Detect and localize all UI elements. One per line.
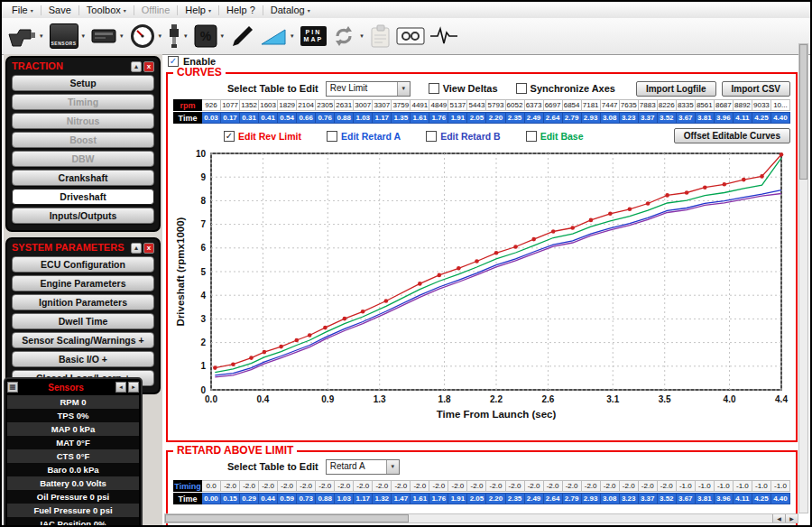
timing-cell[interactable]: -1.0 (677, 480, 696, 492)
time-cell[interactable]: 4.25 (752, 493, 771, 504)
timing-cell[interactable]: -2.0 (544, 480, 563, 492)
rpm-cell[interactable]: 6854 (563, 99, 582, 111)
rpm-cell[interactable]: 4849 (429, 99, 448, 111)
sync-icon[interactable] (331, 21, 356, 51)
sensors-prev-button[interactable]: ◂ (115, 382, 126, 393)
time-cell[interactable]: 1.47 (392, 493, 411, 504)
checkbox-edit-retard-a[interactable]: Edit Retard A (327, 131, 401, 142)
curves-chart[interactable]: 0.00.40.91.31.82.22.63.13.54.04.40123456… (173, 146, 790, 433)
time-cell[interactable]: 3.67 (677, 112, 696, 124)
time-cell[interactable]: 0.03 (202, 112, 221, 124)
horizontal-scrollbar-track[interactable] (409, 514, 772, 522)
chevron-down-icon[interactable]: ▾ (82, 32, 86, 40)
ecu-module-icon[interactable] (91, 21, 116, 51)
sidebar-item-dwell-time[interactable]: Dwell Time (12, 313, 154, 329)
sidebar-item-ignition-parameters[interactable]: Ignition Parameters (12, 294, 154, 310)
timing-cell[interactable]: -2.0 (316, 480, 335, 492)
horizontal-scrollbar-thumb[interactable] (165, 514, 409, 522)
time-cell[interactable]: 1.03 (354, 112, 373, 124)
rpm-cell[interactable]: 1077 (221, 99, 240, 111)
menu-item-toolbox[interactable]: Toolbox▾ (79, 4, 134, 16)
time-cell[interactable]: 1.91 (448, 112, 467, 124)
time-cell[interactable]: 0.54 (278, 112, 297, 124)
time-cell[interactable]: 0.17 (221, 112, 240, 124)
enable-checkbox[interactable]: ✓ (168, 56, 179, 67)
rpm-cell[interactable]: 5793 (486, 99, 505, 111)
chevron-down-icon[interactable]: ▾ (40, 32, 43, 40)
time-cell[interactable]: 2.20 (486, 112, 505, 124)
rpm-cell[interactable]: 8687 (715, 99, 734, 111)
time-cell[interactable]: 1.03 (335, 493, 354, 504)
rpm-cell[interactable]: 4491 (411, 99, 429, 111)
time-cell[interactable]: 1.61 (411, 112, 429, 124)
panel-close-button[interactable]: x (143, 243, 154, 254)
time-cell[interactable]: 2.35 (506, 112, 525, 124)
chevron-down-icon[interactable]: ▾ (184, 32, 188, 40)
timing-cell[interactable]: -2.0 (563, 480, 582, 492)
sidebar-item-sensor-scaling-warnings[interactable]: Sensor Scaling/Warnings + (12, 332, 154, 348)
rpm-cell[interactable]: 1352 (240, 99, 259, 111)
horizontal-scrollbar[interactable]: ◀ ▶ (164, 513, 798, 523)
menu-item-help[interactable]: Help▾ (178, 4, 218, 16)
time-cell[interactable]: 3.08 (601, 493, 620, 504)
time-cell[interactable]: 1.35 (392, 112, 411, 124)
time-cell[interactable]: 2.49 (525, 112, 544, 124)
timing-cell[interactable]: -1.0 (696, 480, 715, 492)
rpm-cell[interactable]: 3007 (354, 99, 373, 111)
rpm-cell[interactable]: 1829 (278, 99, 297, 111)
rpm-cell[interactable]: 9033 (752, 99, 771, 111)
checkbox-edit-retard-b[interactable]: Edit Retard B (426, 131, 501, 142)
time-cell[interactable]: 1.17 (373, 112, 392, 124)
time-cell[interactable]: 0.88 (335, 112, 354, 124)
time-cell[interactable]: 4.40 (771, 112, 790, 124)
chevron-down-icon[interactable]: ▾ (120, 32, 124, 40)
waveform-icon[interactable] (429, 21, 458, 51)
notes-icon[interactable] (370, 21, 392, 51)
panel-close-button[interactable]: x (143, 61, 154, 72)
timing-cell[interactable]: -2.0 (525, 480, 544, 492)
spark-plug-icon[interactable] (168, 21, 180, 51)
time-cell[interactable]: 2.64 (544, 493, 563, 504)
sidebar-item-timing[interactable]: Timing (12, 94, 154, 110)
time-cell[interactable]: 2.79 (563, 493, 582, 504)
time-cell[interactable]: 4.11 (734, 493, 752, 504)
time-cell[interactable]: 2.49 (525, 493, 544, 504)
time-cell[interactable]: 0.00 (202, 493, 221, 504)
import-csv-button[interactable]: Import CSV (722, 81, 790, 97)
time-cell[interactable]: 2.05 (467, 112, 486, 124)
comm-connector-icon[interactable] (7, 21, 36, 51)
rpm-cell[interactable]: 10... (771, 99, 790, 111)
retard-table-select-dropdown[interactable]: Retard A ▾ (326, 459, 400, 475)
rpm-cell[interactable]: 6052 (506, 99, 525, 111)
time-cell[interactable]: 3.52 (658, 493, 677, 504)
time-cell[interactable]: 2.79 (563, 112, 582, 124)
rpm-cell[interactable]: 2305 (316, 99, 335, 111)
time-cell[interactable]: 0.76 (316, 112, 335, 124)
time-cell[interactable]: 3.81 (696, 493, 715, 504)
rpm-cell[interactable]: 8561 (696, 99, 715, 111)
sidebar-item-boost[interactable]: Boost (12, 132, 154, 148)
timing-cell[interactable]: -2.0 (278, 480, 297, 492)
timing-cell[interactable]: 0.0 (202, 480, 221, 492)
rpm-cell[interactable]: 7635 (620, 99, 639, 111)
sensors-next-button[interactable]: ▸ (128, 382, 139, 393)
scroll-right-arrow[interactable]: ▶ (785, 514, 798, 522)
panel-collapse-button[interactable]: ▴ (131, 61, 142, 72)
timing-cell[interactable]: -1.0 (752, 480, 771, 492)
sensors-grid-button[interactable]: ▦ (7, 382, 18, 393)
time-cell[interactable]: 3.96 (715, 493, 734, 504)
timing-cell[interactable]: -2.0 (506, 480, 525, 492)
timing-cell[interactable]: -2.0 (467, 480, 486, 492)
pin-map-button[interactable]: PINMAP (300, 21, 328, 51)
rpm-cell[interactable]: 6373 (525, 99, 544, 111)
time-cell[interactable]: 0.59 (278, 493, 297, 504)
timing-cell[interactable]: -2.0 (392, 480, 411, 492)
time-cell[interactable]: 2.64 (544, 112, 563, 124)
rpm-cell[interactable]: 8892 (734, 99, 752, 111)
checkbox-edit-rev-limit[interactable]: ✓Edit Rev Limit (224, 131, 301, 142)
time-cell[interactable]: 2.35 (506, 493, 525, 504)
sidebar-item-driveshaft[interactable]: Driveshaft (12, 189, 154, 205)
sensors-module-icon[interactable]: SENSORS (50, 21, 78, 51)
time-cell[interactable]: 3.67 (677, 493, 696, 504)
timing-cell[interactable]: -1.0 (771, 480, 790, 492)
